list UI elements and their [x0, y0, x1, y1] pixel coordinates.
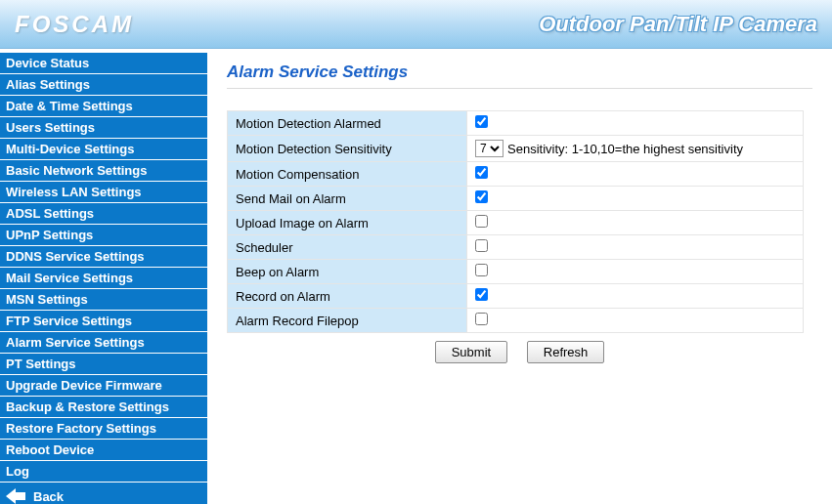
submit-button[interactable]: Submit: [435, 341, 507, 363]
checkbox-record[interactable]: [475, 288, 488, 301]
label-motion-alarmed: Motion Detection Alarmed: [228, 111, 467, 136]
sidebar-item-date-time[interactable]: Date & Time Settings: [0, 96, 207, 117]
row-send-mail: Send Mail on Alarm: [228, 187, 804, 211]
settings-table: Motion Detection Alarmed Motion Detectio…: [227, 110, 804, 333]
sidebar-item-label: Log: [6, 464, 29, 479]
checkbox-motion-alarmed[interactable]: [475, 115, 488, 128]
refresh-button[interactable]: Refresh: [527, 341, 605, 363]
select-motion-sensitivity[interactable]: 7: [475, 140, 504, 157]
row-record: Record on Alarm: [228, 284, 804, 309]
label-upload-image: Upload Image on Alarm: [228, 211, 467, 235]
logo: FOSCAM: [15, 11, 134, 38]
checkbox-beep[interactable]: [475, 264, 488, 276]
sidebar-item-alarm[interactable]: Alarm Service Settings: [0, 332, 207, 354]
sidebar-item-multi-device[interactable]: Multi-Device Settings: [0, 139, 207, 160]
label-record: Record on Alarm: [228, 284, 467, 309]
page-title: Alarm Service Settings: [227, 63, 812, 89]
sidebar-item-ftp[interactable]: FTP Service Settings: [0, 311, 207, 332]
svg-marker-0: [6, 488, 25, 504]
label-motion-compensation: Motion Compensation: [228, 162, 467, 187]
sidebar-item-device-status[interactable]: Device Status: [0, 53, 207, 74]
sidebar-item-alias-settings[interactable]: Alias Settings: [0, 74, 207, 96]
sidebar-item-back[interactable]: Back: [0, 483, 207, 504]
checkbox-upload-image[interactable]: [475, 215, 488, 228]
checkbox-motion-compensation[interactable]: [475, 166, 488, 179]
sidebar-item-label: Back: [33, 489, 64, 504]
sidebar-item-pt[interactable]: PT Settings: [0, 354, 207, 375]
button-row: Submit Refresh: [227, 333, 812, 363]
sidebar-item-label: Alarm Service Settings: [6, 335, 145, 350]
sidebar-item-basic-network[interactable]: Basic Network Settings: [0, 160, 207, 182]
sidebar-item-ddns[interactable]: DDNS Service Settings: [0, 246, 207, 268]
sidebar-item-restore-factory[interactable]: Restore Factory Settings: [0, 418, 207, 440]
sidebar-item-label: DDNS Service Settings: [6, 249, 145, 264]
sidebar-item-mail[interactable]: Mail Service Settings: [0, 268, 207, 289]
sidebar-item-label: Restore Factory Settings: [6, 421, 156, 436]
sensitivity-hint: Sensitivity: 1-10,10=the highest sensiti…: [507, 142, 743, 156]
row-motion-sensitivity: Motion Detection Sensitivity 7 Sensitivi…: [228, 136, 804, 162]
sidebar-item-upgrade[interactable]: Upgrade Device Firmware: [0, 375, 207, 397]
header: FOSCAM Outdoor Pan/Tilt IP Camera: [0, 0, 832, 49]
back-arrow-icon: [6, 488, 25, 504]
sidebar-item-label: Device Status: [6, 56, 89, 70]
checkbox-filepop[interactable]: [475, 313, 488, 325]
row-motion-alarmed: Motion Detection Alarmed: [228, 111, 804, 136]
sidebar-item-label: PT Settings: [6, 357, 76, 371]
sidebar-item-label: Backup & Restore Settings: [6, 399, 169, 414]
sidebar-item-msn[interactable]: MSN Settings: [0, 289, 207, 311]
sidebar-item-label: MSN Settings: [6, 292, 88, 307]
sidebar-item-backup-restore[interactable]: Backup & Restore Settings: [0, 397, 207, 418]
checkbox-send-mail[interactable]: [475, 190, 488, 203]
sidebar-item-label: ADSL Settings: [6, 206, 94, 221]
label-send-mail: Send Mail on Alarm: [228, 187, 467, 211]
row-scheduler: Scheduler: [228, 235, 804, 260]
checkbox-scheduler[interactable]: [475, 239, 488, 252]
row-upload-image: Upload Image on Alarm: [228, 211, 804, 235]
label-motion-sensitivity: Motion Detection Sensitivity: [228, 136, 467, 162]
sidebar-item-wireless-lan[interactable]: Wireless LAN Settings: [0, 182, 207, 203]
sidebar-item-label: Date & Time Settings: [6, 99, 133, 113]
sidebar-item-label: UPnP Settings: [6, 228, 93, 242]
label-scheduler: Scheduler: [228, 235, 467, 260]
sidebar-item-label: Basic Network Settings: [6, 163, 148, 178]
header-title: Outdoor Pan/Tilt IP Camera: [539, 12, 817, 37]
sidebar-item-label: Upgrade Device Firmware: [6, 378, 162, 393]
row-filepop: Alarm Record Filepop: [228, 309, 804, 333]
sidebar-item-label: Wireless LAN Settings: [6, 185, 142, 199]
sidebar-item-label: Multi-Device Settings: [6, 142, 134, 156]
sidebar-item-label: Mail Service Settings: [6, 271, 133, 285]
sidebar-item-label: Reboot Device: [6, 442, 94, 457]
sidebar-item-label: Alias Settings: [6, 77, 90, 92]
sidebar-item-adsl[interactable]: ADSL Settings: [0, 203, 207, 225]
main-content: Alarm Service Settings Motion Detection …: [207, 49, 832, 504]
label-beep: Beep on Alarm: [228, 260, 467, 284]
sidebar-item-reboot[interactable]: Reboot Device: [0, 440, 207, 461]
row-beep: Beep on Alarm: [228, 260, 804, 284]
sidebar-item-label: Users Settings: [6, 120, 95, 135]
sidebar: Device Status Alias Settings Date & Time…: [0, 49, 207, 504]
sidebar-item-users[interactable]: Users Settings: [0, 117, 207, 139]
sidebar-item-log[interactable]: Log: [0, 461, 207, 483]
sidebar-item-label: FTP Service Settings: [6, 314, 132, 328]
label-filepop: Alarm Record Filepop: [228, 309, 467, 333]
sidebar-item-upnp[interactable]: UPnP Settings: [0, 225, 207, 246]
row-motion-compensation: Motion Compensation: [228, 162, 804, 187]
